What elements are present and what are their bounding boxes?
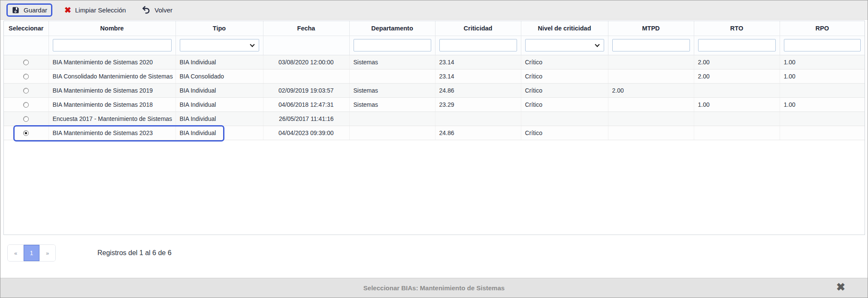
column-header-departamento: Departamento (349, 21, 435, 36)
cell-criticidad (435, 111, 521, 126)
save-button[interactable]: Guardar (6, 3, 52, 17)
toolbar: Guardar ✖ Limpiar Selección Volver (0, 0, 868, 20)
cell-mtpd (608, 55, 694, 69)
cell-rto: 1.00 (694, 97, 780, 111)
cell-nivel-criticidad: Crítico (521, 97, 608, 111)
row-radio-button[interactable] (23, 102, 29, 108)
cell-rpo (780, 111, 865, 126)
clear-x-icon: ✖ (64, 6, 71, 14)
cell-departamento (349, 69, 435, 83)
clear-selection-label: Limpiar Selección (75, 6, 126, 14)
cell-rto (694, 126, 780, 140)
cell-mtpd (608, 97, 694, 111)
column-header-nivel-criticidad: Nivel de criticidad (521, 21, 608, 36)
row-radio-button[interactable] (23, 60, 29, 65)
pagination: « 1 » (7, 244, 56, 262)
cell-fecha: 04/04/2023 09:39:00 (263, 126, 349, 140)
cell-nombre: BIA Mantenimiento de Sistemas 2018 (48, 97, 175, 111)
clear-selection-button[interactable]: ✖ Limpiar Selección (60, 4, 130, 16)
pagination-prev-button[interactable]: « (8, 245, 24, 261)
rto-filter-input[interactable] (698, 39, 776, 51)
nivel-criticidad-filter-select[interactable] (525, 39, 604, 51)
table-row[interactable]: BIA Mantenimiento de Sistemas 2020 BIA I… (4, 55, 865, 69)
cell-mtpd (608, 69, 694, 83)
cell-criticidad: 24.86 (435, 126, 521, 140)
dialog-footer: Seleccionar BIAs: Mantenimiento de Siste… (0, 278, 868, 298)
cell-departamento: Sistemas (349, 55, 435, 69)
filter-row (4, 36, 865, 55)
back-button[interactable]: Volver (138, 3, 177, 16)
cell-tipo: BIA Individual (175, 111, 263, 126)
row-radio-button[interactable] (23, 130, 29, 136)
cell-rto (694, 83, 780, 97)
cell-fecha: 03/08/2020 12:00:00 (263, 55, 349, 69)
cell-tipo: BIA Consolidado (175, 69, 263, 83)
cell-rto: 2.00 (694, 55, 780, 69)
row-radio-button[interactable] (23, 88, 29, 93)
pagination-page-1-button[interactable]: 1 (24, 245, 39, 261)
chevron-down-icon (250, 42, 254, 47)
dialog-title: Seleccionar BIAs: Mantenimiento de Siste… (363, 284, 505, 292)
select-bias-dialog: { "colors": { "accent_blue": "#3c5bd9", … (0, 0, 868, 298)
undo-arrow-icon (142, 6, 151, 14)
mtpd-filter-input[interactable] (612, 39, 690, 51)
cell-criticidad: 23.14 (435, 69, 521, 83)
cell-rpo (780, 83, 865, 97)
cell-departamento (349, 126, 435, 140)
table-row[interactable]: BIA Mantenimiento de Sistemas 2019 BIA I… (4, 83, 865, 97)
cell-rpo: 1.00 (780, 69, 865, 83)
cell-tipo: BIA Individual (175, 126, 263, 140)
column-header-mtpd: MTPD (608, 21, 694, 36)
cell-criticidad: 23.14 (435, 55, 521, 69)
cell-fecha: 26/05/2017 11:41:16 (263, 111, 349, 126)
column-header-tipo: Tipo (175, 21, 263, 36)
close-icon[interactable]: ✖ (836, 282, 845, 292)
pagination-next-button[interactable]: » (39, 245, 55, 261)
cell-mtpd (608, 111, 694, 126)
cell-departamento: Sistemas (349, 97, 435, 111)
header-row: Seleccionar Nombre Tipo Fecha Departamen… (4, 21, 865, 36)
chevron-down-icon (595, 42, 599, 47)
column-header-criticidad: Criticidad (435, 21, 521, 36)
cell-rpo (780, 126, 865, 140)
column-header-fecha: Fecha (263, 21, 349, 36)
back-button-label: Volver (154, 6, 172, 14)
cell-criticidad: 23.29 (435, 97, 521, 111)
table-row[interactable]: BIA Mantenimiento de Sistemas 2018 BIA I… (4, 97, 865, 111)
cell-nombre: BIA Mantenimiento de Sistemas 2023 (48, 126, 175, 140)
table-row-selected[interactable]: BIA Mantenimiento de Sistemas 2023 BIA I… (4, 126, 865, 140)
cell-fecha (263, 69, 349, 83)
cell-fecha: 02/09/2019 19:03:57 (263, 83, 349, 97)
cell-nivel-criticidad: Crítico (521, 69, 608, 83)
cell-mtpd (608, 126, 694, 140)
cell-nivel-criticidad (521, 111, 608, 126)
nombre-filter-input[interactable] (53, 39, 172, 51)
criticidad-filter-input[interactable] (439, 39, 517, 51)
fecha-filter-cell (263, 36, 349, 55)
cell-mtpd: 2.00 (608, 83, 694, 97)
rpo-filter-input[interactable] (784, 39, 861, 51)
table-row[interactable]: BIA Consolidado Mantenimiento de Sistema… (4, 69, 865, 83)
departamento-filter-input[interactable] (354, 39, 431, 51)
records-summary: Registros del 1 al 6 de 6 (97, 249, 172, 257)
cell-nombre: BIA Mantenimiento de Sistemas 2020 (48, 55, 175, 69)
save-button-label: Guardar (24, 6, 47, 14)
cell-nombre: BIA Consolidado Mantenimiento de Sistema… (48, 69, 175, 83)
cell-rto (694, 111, 780, 126)
save-icon (12, 6, 20, 14)
cell-tipo: BIA Individual (175, 97, 263, 111)
cell-nombre: BIA Mantenimiento de Sistemas 2019 (48, 83, 175, 97)
cell-rpo: 1.00 (780, 97, 865, 111)
column-header-nombre: Nombre (48, 21, 175, 36)
row-radio-button[interactable] (23, 116, 29, 122)
row-radio-button[interactable] (23, 74, 29, 79)
seleccionar-filter-cell (4, 36, 48, 55)
cell-departamento: Sistemas (349, 83, 435, 97)
cell-fecha: 04/06/2018 12:47:31 (263, 97, 349, 111)
cell-criticidad: 24.86 (435, 83, 521, 97)
column-header-rpo: RPO (780, 21, 865, 36)
cell-nombre: Encuesta 2017 - Mantenimiento de Sistema… (48, 111, 175, 126)
table-row[interactable]: Encuesta 2017 - Mantenimiento de Sistema… (4, 111, 865, 126)
tipo-filter-select[interactable] (180, 39, 259, 51)
cell-departamento (349, 111, 435, 126)
